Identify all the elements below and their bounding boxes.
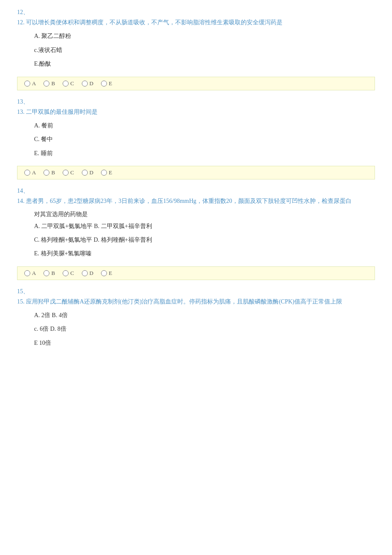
q14-text: 14. 患者男，65岁，患2型糖尿病23年，3日前来诊，血压156/98mmHg…	[17, 197, 375, 206]
q13-option-ab: A. 餐前	[34, 121, 375, 130]
q15-text: 15. 应用羟甲戊二酰辅酶A还原酶克制剂(他汀类)治疗高脂血症时。停药指标为肌痛…	[17, 297, 375, 306]
q13-text: 13. 二甲双胍的最佳服用时间是	[17, 107, 375, 117]
question-12: 12、 12. 可以增长粪便体积和调整稠度，不从肠道吸收，不产气，不影响脂溶性维…	[17, 9, 375, 69]
q14-radio-input-a[interactable]	[24, 270, 30, 276]
q12-options: A. 聚乙二醇粉 c.液状石蜡 E.酚酞	[34, 32, 375, 69]
q14-text2: 对其宜选用的药物是	[34, 211, 375, 218]
q15-options: A. 2倍 B. 4倍 c. 6倍 D. 8倍 E 10倍	[34, 311, 375, 348]
q12-text: 12. 可以增长粪便体积和调整稠度，不从肠道吸收，不产气，不影响脂溶性维生素吸取…	[17, 18, 375, 27]
q14-option-ab: A. 二甲双胍+氨氯地平 B. 二甲双胍+福辛普利	[34, 222, 375, 231]
q12-radio-input-d[interactable]	[82, 81, 88, 87]
q12-option-ab: A. 聚乙二醇粉	[34, 32, 375, 41]
question-15: 15、 15. 应用羟甲戊二酰辅酶A还原酶克制剂(他汀类)治疗高脂血症时。停药指…	[17, 288, 375, 348]
q12-radio-e[interactable]: E	[101, 80, 112, 87]
q14-option-cd: C. 格列喹酮+氨氯地平 D. 格列喹酮+福辛普利	[34, 235, 375, 245]
q13-radio-d[interactable]: D	[82, 169, 93, 176]
q13-options: A. 餐前 C. 餐中 E. 睡前	[34, 121, 375, 158]
question-14: 14、 14. 患者男，65岁，患2型糖尿病23年，3日前来诊，血压156/98…	[17, 187, 375, 259]
q15-option-e: E 10倍	[34, 338, 375, 348]
q12-radio-input-e[interactable]	[101, 81, 107, 87]
q14-radio-input-d[interactable]	[82, 270, 88, 276]
q13-radio-b[interactable]: B	[43, 169, 55, 176]
q13-radio-input-b[interactable]	[43, 170, 49, 176]
q13-radio-input-c[interactable]	[63, 170, 69, 176]
q12-option-cd: c.液状石蜡	[34, 46, 375, 55]
q13-radio-e[interactable]: E	[101, 169, 112, 176]
q14-radio-input-e[interactable]	[101, 270, 107, 276]
q12-radio-a[interactable]: A	[24, 80, 36, 87]
q15-number: 15、	[17, 288, 375, 295]
q12-number: 12、	[17, 9, 375, 16]
q15-option-ab: A. 2倍 B. 4倍	[34, 311, 375, 320]
q13-radio-input-d[interactable]	[82, 170, 88, 176]
q14-radio-a[interactable]: A	[24, 270, 36, 277]
q12-answer-bar: A B C D E	[17, 77, 375, 90]
q14-radio-input-b[interactable]	[43, 270, 49, 276]
q12-radio-input-b[interactable]	[43, 81, 49, 87]
q13-option-e: E. 睡前	[34, 149, 375, 158]
q14-radio-d[interactable]: D	[82, 270, 93, 277]
q13-radio-input-a[interactable]	[24, 170, 30, 176]
q14-options: A. 二甲双胍+氨氯地平 B. 二甲双胍+福辛普利 C. 格列喹酮+氨氯地平 D…	[34, 222, 375, 259]
q13-radio-c[interactable]: C	[63, 169, 74, 176]
q14-radio-c[interactable]: C	[63, 270, 74, 277]
q13-radio-a[interactable]: A	[24, 169, 36, 176]
q12-radio-c[interactable]: C	[63, 80, 74, 87]
q14-answer-bar: A B C D E	[17, 266, 375, 280]
q14-radio-b[interactable]: B	[43, 270, 55, 277]
q13-number: 13、	[17, 98, 375, 106]
q12-radio-input-a[interactable]	[24, 81, 30, 87]
q14-radio-input-c[interactable]	[63, 270, 69, 276]
q14-option-e: E. 格列美脲+氢氯噻嗪	[34, 249, 375, 258]
q15-option-cd: c. 6倍 D. 8倍	[34, 324, 375, 334]
q14-number: 14、	[17, 187, 375, 195]
q12-radio-input-c[interactable]	[63, 81, 69, 87]
q14-radio-e[interactable]: E	[101, 270, 112, 277]
q13-option-cd: C. 餐中	[34, 135, 375, 144]
q13-answer-bar: A B C D E	[17, 166, 375, 179]
q12-radio-b[interactable]: B	[43, 80, 55, 87]
q12-radio-d[interactable]: D	[82, 80, 93, 87]
q13-radio-input-e[interactable]	[101, 170, 107, 176]
question-13: 13、 13. 二甲双胍的最佳服用时间是 A. 餐前 C. 餐中 E. 睡前	[17, 98, 375, 159]
q12-option-e: E.酚酞	[34, 59, 375, 69]
